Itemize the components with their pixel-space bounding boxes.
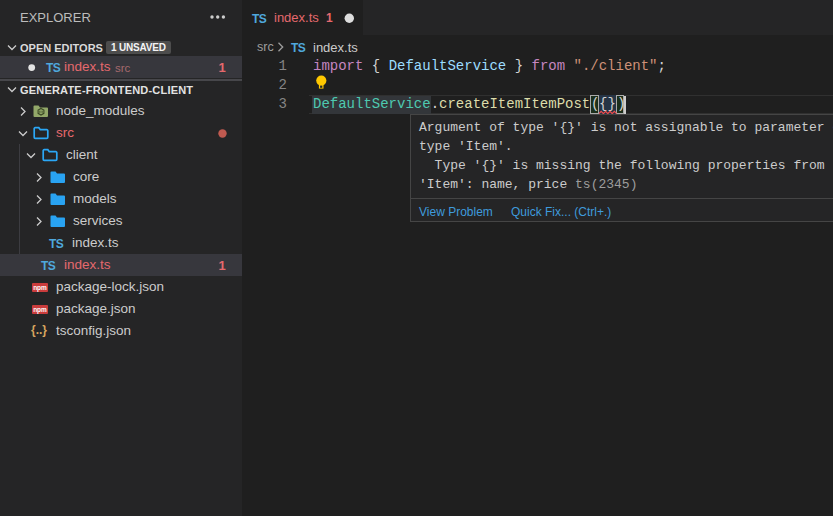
svg-text:npm: npm <box>33 306 47 314</box>
svg-text:npm: npm <box>33 284 47 292</box>
